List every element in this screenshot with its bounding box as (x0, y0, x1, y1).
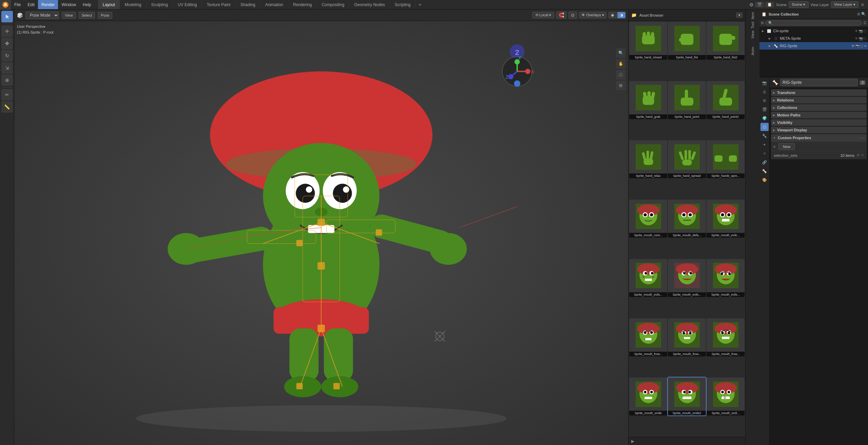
collections-header[interactable]: ▶ Collections (771, 104, 867, 111)
tree-expand-meta[interactable]: ▶ (768, 36, 772, 40)
asset-item-hand-point2[interactable]: Sprite_hand_point2 (707, 81, 745, 119)
tree-item-ch-sprite[interactable]: ▶ ⬜ CH-sprite 👁 📷 ⬡ (759, 27, 868, 35)
hand-pan-button[interactable]: ✋ (616, 59, 625, 69)
menu-window[interactable]: Window (58, 0, 79, 9)
tab-geometry-nodes[interactable]: Geometry Nodes (349, 0, 390, 9)
select-menu-button[interactable]: Select (79, 12, 95, 19)
viewport-display-header[interactable]: ▶ Viewport Display (771, 127, 867, 133)
prop-delete-button[interactable]: ✕ (861, 153, 864, 157)
render-props-icon[interactable]: 📷 (760, 79, 769, 87)
asset-item-mouth-smile1[interactable]: Sprite_mouth_smile (629, 377, 667, 415)
asset-item-mouth-evils3[interactable]: Sprite_mouth_evils... (707, 259, 745, 297)
modifier-props-icon[interactable]: 🔧 (760, 132, 769, 140)
snap-magnet-button[interactable]: 🧲 (556, 12, 566, 19)
render-icon[interactable]: 🎬 (755, 2, 764, 7)
output-props-icon[interactable]: 🖨 (760, 88, 769, 96)
asset-item-hand-relax[interactable]: Sprite_hand_relax (629, 140, 667, 178)
view-menu-button[interactable]: View (62, 12, 76, 19)
filter-icon[interactable]: ⊞ (761, 21, 764, 25)
tab-texture-paint[interactable]: Texture Paint (202, 0, 236, 9)
transform-header[interactable]: ▶ Transform (771, 89, 867, 96)
outliner-filter-button[interactable]: ⊞ (857, 12, 860, 16)
visibility-icon[interactable]: 👁 (855, 29, 858, 33)
visibility-icon[interactable]: 👁 (851, 44, 855, 48)
item-panel-button[interactable]: Item (747, 11, 758, 20)
view-layer-selector[interactable]: View Layer ▾ (831, 1, 859, 8)
asset-item-mouth-evils1[interactable]: Sprite_mouth_evils... (629, 259, 667, 297)
asset-item-mouth-evilc[interactable]: Sprite_mouth_evilc... (707, 200, 745, 238)
select-icon[interactable]: ⬡ (860, 44, 863, 48)
asset-item-hand-fist[interactable]: Sprite_hand_fist (668, 22, 706, 60)
hide-button[interactable]: ✕ (864, 44, 867, 48)
measure-tool-button[interactable]: 📏 (1, 101, 13, 113)
asset-item-mouth-frow3[interactable]: Sprite_mouth_frow... (707, 318, 745, 356)
pose-mode-selector[interactable]: Pose Mode (25, 12, 59, 19)
editor-type-icon[interactable]: 🎲 (17, 13, 23, 18)
tab-layout[interactable]: Layout (98, 0, 120, 9)
close-button[interactable]: ✕ (861, 2, 865, 7)
pose-menu-button[interactable]: Pose (98, 12, 112, 19)
data-props-icon[interactable]: 🦴 (760, 167, 769, 175)
engine-icon[interactable]: ⚙ (749, 2, 754, 7)
asset-item-mouth-smil3[interactable]: Sprite_mouth_smil... (707, 377, 745, 415)
filter-restrict-button[interactable]: ☰ (863, 21, 867, 25)
filter-search-bar[interactable]: 🔍 (765, 20, 862, 25)
zoom-in-button[interactable]: 🔍 (616, 48, 625, 58)
asset-item-mouth-defa[interactable]: Sprite_mouth_defa... (668, 200, 706, 238)
asset-browser-icon[interactable]: 📁 (631, 13, 637, 18)
tab-modeling[interactable]: Modeling (120, 0, 147, 9)
tab-animation[interactable]: Animation (261, 0, 288, 9)
asset-filter-button[interactable]: ▾ (736, 13, 742, 18)
motion-paths-header[interactable]: ▶ Motion Paths (771, 112, 867, 118)
select-icon[interactable]: ⬡ (864, 29, 867, 33)
world-props-icon[interactable]: 🌍 (760, 114, 769, 122)
grid-view-button[interactable]: ⊞ (616, 81, 625, 90)
tree-expand-rig[interactable]: ▶ (768, 44, 772, 48)
asset-item-hands-spre[interactable]: Sprite_hands_spre... (707, 140, 745, 178)
particle-props-icon[interactable]: ✦ (760, 141, 769, 149)
cursor-tool-button[interactable]: ✛ (1, 25, 13, 37)
add-property-icon[interactable]: + (773, 144, 776, 149)
visibility-icon[interactable]: 👁 (855, 37, 858, 40)
asset-item-hand-spread[interactable]: Sprite_hand_spread (668, 140, 706, 178)
tree-expand-ch-sprite[interactable]: ▶ (761, 29, 765, 33)
overlay-toggle[interactable]: 👁 Overlays ▾ (579, 12, 606, 18)
constraints-props-icon[interactable]: 🔗 (760, 158, 769, 166)
asset-item-mouth-cont[interactable]: Sprite_mouth_cont... (629, 200, 667, 238)
asset-play-button[interactable]: ▶ (631, 439, 634, 444)
select-tool-button[interactable] (1, 11, 13, 22)
asset-item-mouth-frow1[interactable]: Sprite_mouth_frow... (629, 318, 667, 356)
scene-props-icon[interactable]: 🎬 (760, 105, 769, 113)
properties-icon[interactable]: 📋 (765, 2, 774, 7)
custom-props-minus-button[interactable]: — (861, 135, 865, 140)
viewport-shading-selector[interactable]: ◉ ◑ (609, 12, 625, 18)
add-workspace-button[interactable]: + (416, 2, 424, 8)
menu-help[interactable]: Help (79, 0, 95, 9)
transform-tool-button[interactable]: ⊕ (1, 74, 13, 86)
render-icon[interactable]: 📷 (855, 44, 860, 48)
tab-shading[interactable]: Shading (236, 0, 261, 9)
view-panel-button[interactable]: View (747, 30, 758, 39)
tab-compositing[interactable]: Compositing (317, 0, 349, 9)
camera-view-button[interactable]: 🎥 (616, 70, 625, 79)
material-props-icon[interactable]: 🎨 (760, 176, 769, 184)
select-icon[interactable]: ⬡ (864, 37, 867, 40)
new-property-button[interactable]: New (778, 143, 795, 150)
tree-item-meta-sprite[interactable]: ▶ ⬡ META-Sprite 👁 📷 ⬡ (759, 35, 868, 42)
scale-tool-button[interactable]: ⇲ (1, 62, 13, 74)
custom-props-header[interactable]: ▼ Custom Properties — (771, 134, 867, 142)
animation-panel-button[interactable]: Anim (747, 46, 758, 56)
menu-render[interactable]: Render (38, 0, 58, 9)
scene-selector[interactable]: Scene ▾ (789, 1, 808, 8)
menu-edit[interactable]: Edit (24, 0, 38, 9)
render-icon[interactable]: 📷 (859, 37, 863, 40)
menu-file[interactable]: File (11, 0, 24, 9)
move-tool-button[interactable]: ✥ (1, 38, 13, 49)
asset-item-mouth-smile2[interactable]: Sprite_mouth_smile2 (668, 377, 706, 415)
prop-settings-button[interactable]: ⚙ (856, 153, 860, 157)
viewport-area[interactable]: User Perspective (1) RIG-Sprite : P-root (14, 21, 628, 445)
relations-header[interactable]: ▶ Relations (771, 97, 867, 104)
asset-item-mouth-evils2[interactable]: Sprite_mouth_evils... (668, 259, 706, 297)
view-layer-props-icon[interactable]: ⊞ (760, 96, 769, 105)
rotate-tool-button[interactable]: ↻ (1, 50, 13, 61)
